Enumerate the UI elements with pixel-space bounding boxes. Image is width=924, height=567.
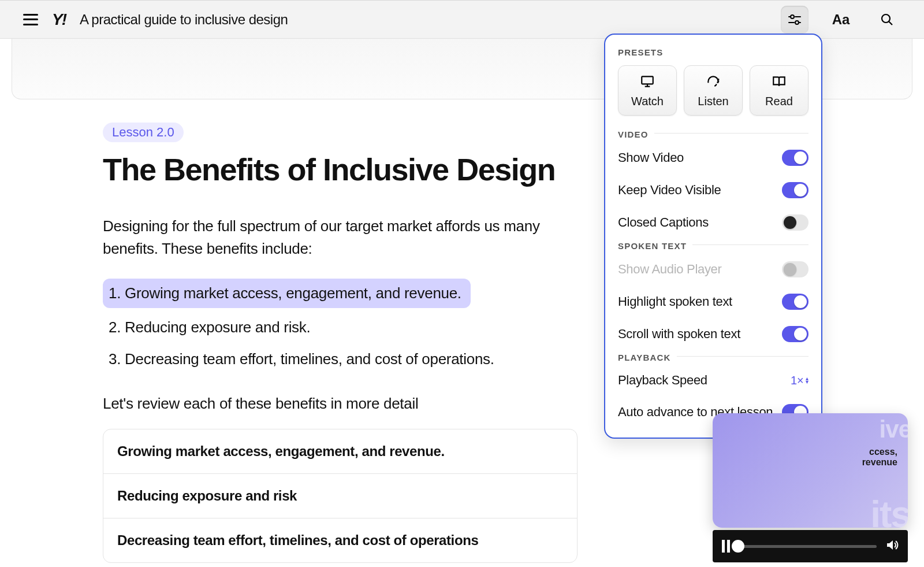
presets-heading: PRESETS: [618, 47, 808, 57]
stepper-icon: ▴▾: [806, 377, 808, 384]
row-highlight: Highlight spoken text: [618, 286, 808, 318]
toggle-scroll[interactable]: [782, 326, 808, 342]
review-text: Let's review each of these benefits in m…: [103, 395, 578, 413]
bullet-3: 3. Decreasing team effort, timelines, an…: [103, 344, 578, 374]
accordion-item[interactable]: Growing market access, engagement, and r…: [103, 429, 577, 474]
row-scroll: Scroll with spoken text: [618, 318, 808, 350]
typography-button[interactable]: Aa: [827, 6, 855, 34]
book-icon: [771, 74, 787, 89]
label: Scroll with spoken text: [618, 327, 740, 342]
label: Closed Captions: [618, 215, 709, 230]
speed-value: 1×: [791, 374, 803, 387]
row-keep-visible: Keep Video Visible: [618, 174, 808, 206]
top-bar: Y! A practical guide to inclusive design…: [0, 0, 924, 39]
video-player-bar: [713, 530, 908, 562]
preset-read[interactable]: Read: [750, 65, 808, 116]
svg-rect-8: [642, 76, 653, 84]
toggle-highlight[interactable]: [782, 294, 808, 310]
toggle-show-audio: [782, 261, 808, 277]
volume-icon: [885, 538, 899, 552]
bullet-2: 2. Reducing exposure and risk.: [103, 313, 578, 342]
floating-video[interactable]: ive ccess, revenue its: [713, 413, 908, 528]
preset-label: Read: [765, 95, 793, 108]
search-icon: [880, 13, 894, 27]
toggle-closed-captions[interactable]: [782, 214, 808, 231]
course-title: A practical guide to inclusive design: [80, 12, 288, 28]
row-speed: Playback Speed 1× ▴▾: [618, 365, 808, 396]
search-button[interactable]: [873, 6, 901, 34]
playback-heading: PLAYBACK: [618, 353, 671, 362]
row-show-video: Show Video: [618, 142, 808, 174]
settings-button[interactable]: [781, 6, 808, 34]
lesson-title: The Benefits of Inclusive Design: [103, 151, 578, 187]
svg-point-6: [882, 14, 890, 23]
video-ghost-bottom: its: [870, 493, 908, 528]
svg-line-7: [889, 21, 892, 25]
label: Show Audio Player: [618, 262, 722, 277]
spoken-heading: SPOKEN TEXT: [618, 241, 687, 251]
toggle-keep-visible[interactable]: [782, 182, 808, 198]
label: Keep Video Visible: [618, 183, 721, 198]
headphones-icon: [705, 74, 721, 89]
presentation-icon: [639, 74, 655, 89]
lesson-content: Lesson 2.0 The Benefits of Inclusive Des…: [0, 99, 578, 563]
preset-watch[interactable]: Watch: [618, 65, 677, 116]
bullet-1: 1. Growing market access, engagement, an…: [103, 279, 471, 308]
label: Highlight spoken text: [618, 294, 732, 309]
accordion-item[interactable]: Reducing exposure and risk: [103, 474, 577, 518]
row-show-audio: Show Audio Player: [618, 253, 808, 286]
preset-label: Listen: [698, 95, 728, 108]
sliders-icon: [788, 13, 802, 27]
speed-select[interactable]: 1× ▴▾: [791, 374, 808, 387]
video-caption: ccess, revenue: [862, 447, 897, 468]
preset-listen[interactable]: Listen: [684, 65, 743, 116]
pause-button[interactable]: [722, 540, 730, 553]
typography-icon: Aa: [832, 12, 850, 28]
accordion: Growing market access, engagement, and r…: [103, 429, 578, 563]
volume-button[interactable]: [885, 538, 899, 554]
preset-label: Watch: [631, 95, 664, 108]
video-heading: VIDEO: [618, 129, 649, 139]
label: Playback Speed: [618, 373, 707, 388]
toggle-show-video[interactable]: [782, 150, 808, 166]
logo: Y!: [52, 10, 66, 29]
menu-button[interactable]: [23, 14, 38, 25]
accordion-item[interactable]: Decreasing team effort, timelines, and c…: [103, 518, 577, 562]
progress-slider[interactable]: [738, 545, 877, 548]
label: Show Video: [618, 150, 684, 165]
video-ghost-title: ive: [880, 416, 908, 443]
lesson-badge: Lesson 2.0: [103, 123, 184, 142]
row-closed-captions: Closed Captions: [618, 206, 808, 239]
settings-panel: PRESETS Watch Listen Read VIDEO Show Vid…: [604, 34, 822, 439]
lesson-intro: Designing for the full spectrum of our t…: [103, 215, 578, 260]
